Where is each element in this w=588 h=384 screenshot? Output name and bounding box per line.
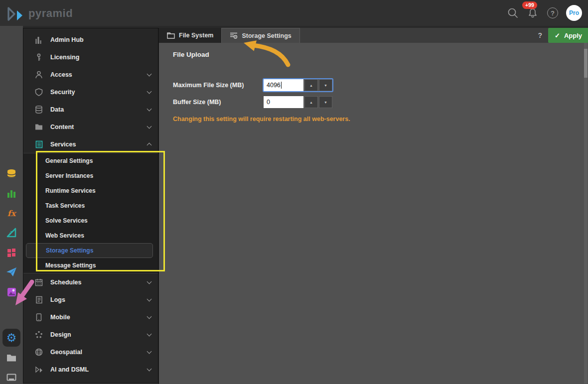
pyramid-mark-icon (34, 365, 43, 374)
sidebar-item-geospatial[interactable]: Geospatial (23, 343, 158, 361)
calendar-icon (34, 278, 43, 287)
spin-up-button[interactable]: ▲ (304, 79, 318, 91)
top-bar-actions: +99 ? Pro (506, 0, 582, 26)
pyramid-admin-app: pyramid +99 ? Pro (0, 0, 588, 384)
rail-tabulate-button[interactable] (5, 247, 17, 258)
admin-gear-icon: ⚙ (6, 332, 17, 344)
avatar[interactable]: Pro (566, 5, 582, 21)
text-caret (281, 82, 282, 89)
subitem-general-settings[interactable]: General Settings (23, 153, 158, 168)
sidebar-item-logs[interactable]: Logs (23, 291, 158, 308)
chevron-down-icon (147, 314, 152, 319)
storage-settings-tab-icon (230, 32, 238, 39)
subitem-runtime-services[interactable]: Runtime Services (23, 183, 158, 198)
sidebar-item-design[interactable]: Design (23, 326, 158, 343)
notifications-badge: +99 (522, 1, 537, 9)
formula-fx-icon: fx (7, 209, 15, 218)
buffer-size-input[interactable]: 0 (264, 96, 303, 108)
sidebar-item-admin-hub[interactable]: Admin Hub (23, 31, 158, 48)
sidebar-item-ai-and-dsml[interactable]: AI and DSML (23, 361, 158, 378)
folder-icon (34, 123, 43, 131)
sidebar-item-label: Data (50, 106, 147, 113)
subitem-server-instances[interactable]: Server Instances (23, 168, 158, 183)
scrollbar-thumb[interactable] (584, 49, 588, 78)
sidebar-item-label: Services (50, 141, 147, 148)
sidebar-item-licensing[interactable]: Licensing (23, 48, 158, 66)
rail-illustration-button[interactable] (5, 286, 17, 298)
chevron-down-icon (147, 366, 152, 371)
sidebar-item-label: Logs (50, 296, 147, 303)
chevron-down-icon (147, 71, 152, 76)
paper-plane-blue-icon (6, 267, 17, 277)
subitem-web-services[interactable]: Web Services (23, 228, 158, 243)
rail-illustrate-button[interactable] (5, 227, 17, 239)
key-icon (34, 53, 43, 62)
bar-chart-green-icon (7, 189, 16, 198)
spin-down-button[interactable]: ▼ (319, 79, 332, 91)
section-title: File Upload (173, 51, 209, 58)
chevron-down-icon (147, 349, 152, 354)
spin-up-button[interactable]: ▲ (304, 96, 318, 108)
rail-model-database-button[interactable] (5, 168, 17, 180)
admin-sidebar: Admin Hub Licensing Access Security (23, 28, 158, 384)
check-icon: ✓ (555, 32, 560, 39)
sidebar-item-label: Access (50, 71, 147, 78)
apply-button[interactable]: ✓ Apply (548, 28, 588, 43)
log-document-icon (34, 295, 43, 304)
admin-hub-icon (34, 35, 43, 44)
notifications-bell-icon[interactable]: +99 (526, 6, 539, 19)
database-yellow-icon (6, 169, 16, 179)
help-question-mark: ? (547, 7, 558, 18)
sidebar-item-security[interactable]: Security (23, 83, 158, 101)
set-square-teal-icon (6, 228, 16, 238)
restart-warning-text: Changing this setting will require resta… (173, 116, 350, 123)
sidebar-item-label: Mobile (50, 314, 147, 321)
rail-publish-button[interactable] (5, 266, 17, 278)
max-file-size-row: Maximum File Size (MB) 4096 ▲ ▼ (173, 79, 332, 91)
sidebar-item-label: Design (50, 331, 147, 338)
sidebar-item-services[interactable]: Services (23, 135, 158, 153)
module-rail: fx ⚙ (0, 26, 23, 384)
image-purple-icon (7, 287, 16, 297)
sidebar-item-schedules[interactable]: Schedules (23, 273, 158, 291)
subitem-message-settings[interactable]: Message Settings (23, 258, 158, 273)
chevron-down-icon (147, 331, 152, 336)
rail-formulate-button[interactable]: fx (5, 207, 17, 219)
buffer-size-spinner: 0 ▲ ▼ (264, 96, 332, 108)
buffer-size-label: Buffer Size (MB) (173, 99, 264, 106)
subitem-solve-services[interactable]: Solve Services (23, 213, 158, 228)
tab-label: File System (179, 32, 213, 39)
tab-strip-actions: ? ✓ Apply (538, 28, 588, 43)
sidebar-item-data[interactable]: Data (23, 101, 158, 118)
spin-down-button[interactable]: ▼ (319, 96, 332, 108)
chevron-down-icon (147, 106, 152, 111)
person-icon (34, 70, 43, 79)
max-file-size-input[interactable]: 4096 (264, 79, 303, 91)
tab-storage-settings[interactable]: Storage Settings (221, 28, 299, 43)
top-bar: pyramid +99 ? Pro (0, 0, 588, 26)
vertical-scrollbar[interactable] (584, 43, 588, 384)
sidebar-item-content[interactable]: Content (23, 118, 158, 135)
panel-help-icon[interactable]: ? (538, 31, 542, 39)
rail-admin-button[interactable]: ⚙ (2, 329, 20, 347)
sidebar-item-label: Admin Hub (50, 36, 151, 43)
chevron-down-icon (147, 124, 152, 128)
sidebar-item-access[interactable]: Access (23, 66, 158, 83)
folder-gray-icon (6, 354, 16, 362)
sidebar-item-mobile[interactable]: Mobile (23, 308, 158, 326)
phone-icon (34, 313, 43, 322)
max-file-size-spinner: 4096 ▲ ▼ (264, 79, 332, 91)
tab-file-system[interactable]: File System (159, 28, 221, 43)
pyramid-logo-icon (7, 4, 24, 22)
help-icon[interactable]: ? (546, 6, 559, 19)
subitem-storage-settings[interactable]: Storage Settings (26, 243, 153, 258)
subitem-task-services[interactable]: Task Services (23, 198, 158, 213)
rail-discover-button[interactable] (5, 188, 17, 200)
pyramid-logo[interactable]: pyramid (7, 4, 73, 22)
design-dots-icon (34, 330, 43, 339)
main-panel: File System Storage Settings ? ✓ Apply F… (158, 28, 588, 384)
rail-present-button[interactable] (5, 372, 17, 384)
sidebar-item-label: AI and DSML (50, 366, 147, 373)
search-icon[interactable] (506, 6, 519, 19)
rail-content-button[interactable] (5, 352, 17, 364)
